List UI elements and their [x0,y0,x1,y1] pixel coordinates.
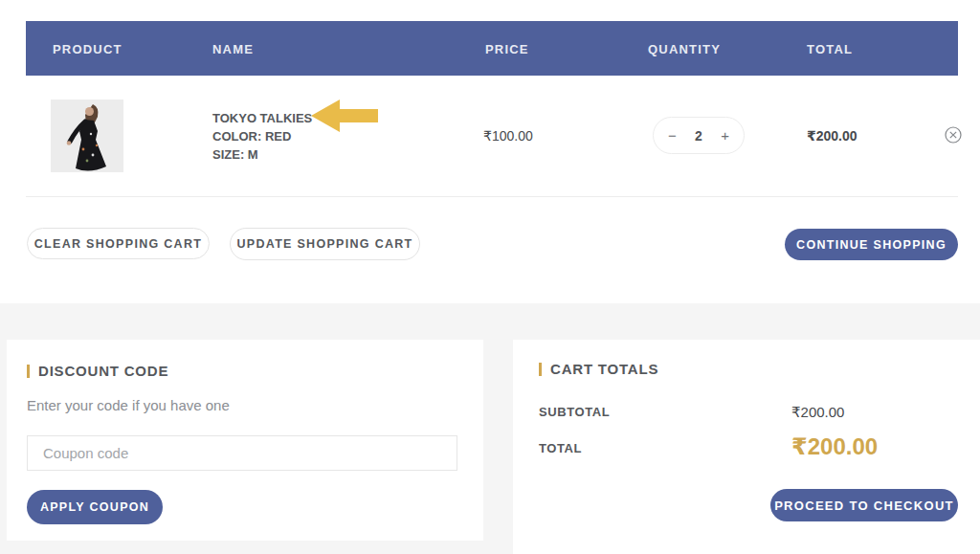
quantity-value[interactable]: 2 [695,128,702,144]
column-header-product: PRODUCT [53,41,122,55]
discount-code-subtitle: Enter your code if you have one [27,397,230,413]
coupon-code-input[interactable] [27,435,457,471]
product-color: COLOR: RED [212,127,312,145]
total-value: ₹200.00 [791,433,878,460]
annotation-arrow-icon [311,100,378,132]
product-details: TOKYO TALKIES COLOR: RED SIZE: M [212,109,312,164]
discount-code-panel: DISCOUNT CODE Enter your code if you hav… [7,340,483,541]
subtotal-label: SUBTOTAL [539,405,610,419]
dress-photo-thumbnail [51,100,123,172]
cart-totals-panel: CART TOTALS SUBTOTAL ₹200.00 TOTAL ₹200.… [513,340,980,554]
column-header-name: NAME [212,41,254,55]
subtotal-value: ₹200.00 [791,404,844,421]
gold-accent-bar [27,365,30,378]
product-name[interactable]: TOKYO TALKIES [212,109,312,127]
total-label: TOTAL [539,441,582,455]
item-total: ₹200.00 [807,128,858,144]
apply-coupon-button[interactable]: APPLY COUPON [27,490,163,524]
cart-totals-title-text: CART TOTALS [550,361,658,377]
shopping-cart-page: PRODUCT NAME PRICE QUANTITY TOTAL TOKYO [0,0,980,554]
column-header-quantity: QUANTITY [648,41,721,55]
product-image[interactable] [51,100,123,172]
clear-cart-button[interactable]: CLEAR SHOPPING CART [27,228,210,259]
remove-item-button[interactable] [945,126,962,144]
update-cart-button[interactable]: UPDATE SHOPPING CART [230,228,420,260]
quantity-increase-button[interactable]: + [721,128,729,143]
proceed-to-checkout-button[interactable]: PROCEED TO CHECKOUT [770,489,958,521]
product-size: SIZE: M [212,145,312,164]
column-header-price: PRICE [485,41,529,55]
gold-accent-bar [539,363,542,376]
divider [26,196,958,197]
quantity-decrease-button[interactable]: − [668,128,677,143]
column-header-total: TOTAL [807,41,853,55]
continue-shopping-button[interactable]: CONTINUE SHOPPING [785,229,958,260]
cart-table-header: PRODUCT NAME PRICE QUANTITY TOTAL [26,21,958,76]
circled-x-icon [945,126,962,144]
cart-totals-title: CART TOTALS [539,361,658,377]
item-price: ₹100.00 [483,128,533,144]
discount-code-title-text: DISCOUNT CODE [38,363,168,379]
discount-code-title: DISCOUNT CODE [27,363,168,379]
quantity-stepper[interactable]: − 2 + [653,117,745,154]
